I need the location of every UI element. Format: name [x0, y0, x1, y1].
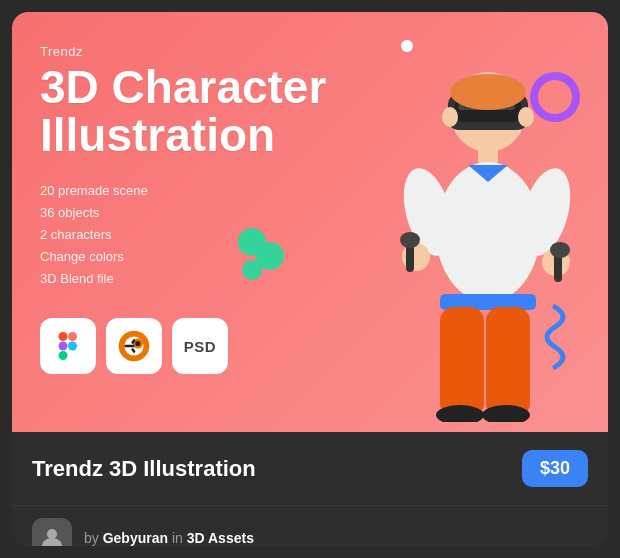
hero-content: Trendz 3D Character Illustration 20 prem… [40, 44, 580, 374]
author-category[interactable]: 3D Assets [187, 530, 254, 546]
figma-icon [54, 332, 82, 360]
blender-tool-icon[interactable] [106, 318, 162, 374]
svg-rect-28 [68, 332, 77, 341]
tool-icons-row: PSD [40, 318, 580, 374]
person-icon [40, 526, 64, 546]
price-badge[interactable]: $30 [522, 450, 588, 487]
features-list: 20 premade scene 36 objects 2 characters… [40, 180, 580, 290]
svg-rect-30 [59, 351, 68, 360]
feature-item: 3D Blend file [40, 268, 580, 290]
author-by: by [84, 530, 99, 546]
psd-tool-icon[interactable]: PSD [172, 318, 228, 374]
author-name[interactable]: Gebyuran [103, 530, 168, 546]
feature-item: 2 characters [40, 224, 580, 246]
figma-tool-icon[interactable] [40, 318, 96, 374]
author-in: in [172, 530, 183, 546]
hero-title-line2: Illustration [40, 109, 275, 161]
blender-icon [118, 330, 150, 362]
card-bottom: Trendz 3D Illustration $30 [12, 432, 608, 505]
author-row: by Gebyuran in 3D Assets [12, 505, 608, 546]
svg-point-31 [68, 342, 77, 351]
author-avatar [32, 518, 72, 546]
product-card: Trendz 3D Character Illustration 20 prem… [12, 12, 608, 546]
hero-title-line1: 3D Character [40, 61, 326, 113]
feature-item: 20 premade scene [40, 180, 580, 202]
product-title: Trendz 3D Illustration [32, 456, 256, 482]
feature-item: 36 objects [40, 202, 580, 224]
hero-section: Trendz 3D Character Illustration 20 prem… [12, 12, 608, 432]
psd-label: PSD [184, 338, 216, 355]
brand-label: Trendz [40, 44, 580, 59]
svg-rect-29 [59, 342, 68, 351]
svg-point-35 [135, 341, 140, 346]
svg-rect-27 [59, 332, 68, 341]
feature-item: Change colors [40, 246, 580, 268]
author-info: by Gebyuran in 3D Assets [84, 530, 254, 546]
svg-rect-36 [124, 345, 134, 348]
svg-point-39 [47, 529, 57, 539]
hero-title: 3D Character Illustration [40, 63, 580, 160]
